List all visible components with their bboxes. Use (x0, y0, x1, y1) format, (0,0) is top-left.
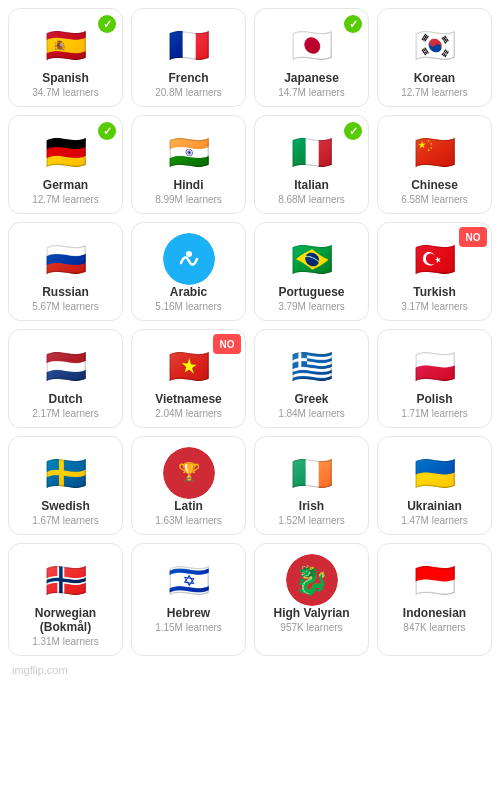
language-card[interactable]: NO🇹🇷Turkish3.17M learners (377, 222, 492, 321)
language-name: Vietnamese (155, 392, 222, 406)
learner-count: 957K learners (280, 622, 342, 633)
flag-icon: 🇯🇵 (286, 19, 338, 71)
language-card[interactable]: Arabic5.16M learners (131, 222, 246, 321)
learner-count: 8.99M learners (155, 194, 222, 205)
learner-count: 1.52M learners (278, 515, 345, 526)
flag-icon: 🇮🇳 (163, 126, 215, 178)
language-name: Hindi (174, 178, 204, 192)
language-grid: ✓🇪🇸Spanish34.7M learners🇫🇷French20.8M le… (8, 8, 492, 656)
learner-count: 1.67M learners (32, 515, 99, 526)
flag-icon: 🇹🇷 (409, 233, 461, 285)
language-card[interactable]: 🇳🇱Dutch2.17M learners (8, 329, 123, 428)
learner-count: 12.7M learners (401, 87, 468, 98)
learner-count: 34.7M learners (32, 87, 99, 98)
flag-icon (163, 233, 215, 285)
language-card[interactable]: 🇮🇩Indonesian847K learners (377, 543, 492, 656)
learner-count: 1.47M learners (401, 515, 468, 526)
learner-count: 5.16M learners (155, 301, 222, 312)
watermark: imgflip.com (8, 664, 492, 676)
check-badge: ✓ (344, 15, 362, 33)
language-name: Irish (299, 499, 324, 513)
check-badge: ✓ (98, 122, 116, 140)
language-card[interactable]: ✓🇪🇸Spanish34.7M learners (8, 8, 123, 107)
language-name: Korean (414, 71, 455, 85)
learner-count: 20.8M learners (155, 87, 222, 98)
language-card[interactable]: 🇸🇪Swedish1.67M learners (8, 436, 123, 535)
flag-icon: 🇮🇪 (286, 447, 338, 499)
language-name: German (43, 178, 88, 192)
language-name: Indonesian (403, 606, 466, 620)
language-card[interactable]: ✓🇩🇪German12.7M learners (8, 115, 123, 214)
learner-count: 6.58M learners (401, 194, 468, 205)
flag-icon: 🇳🇱 (40, 340, 92, 392)
learner-count: 14.7M learners (278, 87, 345, 98)
language-name: Dutch (49, 392, 83, 406)
language-card[interactable]: 🇮🇪Irish1.52M learners (254, 436, 369, 535)
language-card[interactable]: 🇬🇷Greek1.84M learners (254, 329, 369, 428)
check-badge: ✓ (344, 122, 362, 140)
flag-icon: 🇸🇪 (40, 447, 92, 499)
language-card[interactable]: 🇨🇳Chinese6.58M learners (377, 115, 492, 214)
flag-icon: 🇺🇦 (409, 447, 461, 499)
learner-count: 8.68M learners (278, 194, 345, 205)
learner-count: 2.04M learners (155, 408, 222, 419)
learner-count: 1.15M learners (155, 622, 222, 633)
flag-icon: 🇩🇪 (40, 126, 92, 178)
language-card[interactable]: 🇮🇳Hindi8.99M learners (131, 115, 246, 214)
language-card[interactable]: 🇰🇷Korean12.7M learners (377, 8, 492, 107)
language-name: Norwegian (Bokmål) (15, 606, 116, 634)
language-card[interactable]: NO🇻🇳Vietnamese2.04M learners (131, 329, 246, 428)
flag-icon: 🇷🇺 (40, 233, 92, 285)
learner-count: 1.84M learners (278, 408, 345, 419)
learner-count: 3.17M learners (401, 301, 468, 312)
language-name: Polish (416, 392, 452, 406)
language-name: Ukrainian (407, 499, 462, 513)
svg-point-1 (186, 251, 192, 257)
check-badge: ✓ (98, 15, 116, 33)
flag-icon: 🐉 (286, 554, 338, 606)
svg-text:🏆: 🏆 (178, 461, 201, 483)
learner-count: 2.17M learners (32, 408, 99, 419)
learner-count: 1.63M learners (155, 515, 222, 526)
no-badge: NO (459, 227, 487, 247)
language-card[interactable]: 🏆 Latin1.63M learners (131, 436, 246, 535)
language-card[interactable]: 🇧🇷Portuguese3.79M learners (254, 222, 369, 321)
language-card[interactable]: 🇵🇱Polish1.71M learners (377, 329, 492, 428)
language-name: Italian (294, 178, 329, 192)
flag-icon: 🇪🇸 (40, 19, 92, 71)
language-name: Arabic (170, 285, 207, 299)
language-name: Greek (294, 392, 328, 406)
language-card[interactable]: 🇺🇦Ukrainian1.47M learners (377, 436, 492, 535)
learner-count: 12.7M learners (32, 194, 99, 205)
flag-icon: 🇬🇷 (286, 340, 338, 392)
language-name: Spanish (42, 71, 89, 85)
flag-icon: 🇳🇴 (40, 554, 92, 606)
language-card[interactable]: ✓🇮🇹Italian8.68M learners (254, 115, 369, 214)
language-name: Japanese (284, 71, 339, 85)
no-badge: NO (213, 334, 241, 354)
language-card[interactable]: 🇮🇱Hebrew1.15M learners (131, 543, 246, 656)
language-name: Russian (42, 285, 89, 299)
language-name: Portuguese (278, 285, 344, 299)
language-card[interactable]: 🇷🇺Russian5.67M learners (8, 222, 123, 321)
flag-icon: 🇨🇳 (409, 126, 461, 178)
learner-count: 847K learners (403, 622, 465, 633)
flag-icon: 🇻🇳 (163, 340, 215, 392)
flag-icon: 🇫🇷 (163, 19, 215, 71)
language-name: High Valyrian (273, 606, 349, 620)
flag-icon: 🇧🇷 (286, 233, 338, 285)
learner-count: 5.67M learners (32, 301, 99, 312)
learner-count: 1.31M learners (32, 636, 99, 647)
learner-count: 3.79M learners (278, 301, 345, 312)
language-name: Swedish (41, 499, 90, 513)
language-name: Latin (174, 499, 203, 513)
language-card[interactable]: ✓🇯🇵Japanese14.7M learners (254, 8, 369, 107)
learner-count: 1.71M learners (401, 408, 468, 419)
flag-icon: 🏆 (163, 447, 215, 499)
flag-icon: 🇰🇷 (409, 19, 461, 71)
language-card[interactable]: 🇫🇷French20.8M learners (131, 8, 246, 107)
language-card[interactable]: 🇳🇴Norwegian (Bokmål)1.31M learners (8, 543, 123, 656)
flag-icon: 🇮🇱 (163, 554, 215, 606)
flag-icon: 🇮🇹 (286, 126, 338, 178)
language-card[interactable]: 🐉High Valyrian957K learners (254, 543, 369, 656)
